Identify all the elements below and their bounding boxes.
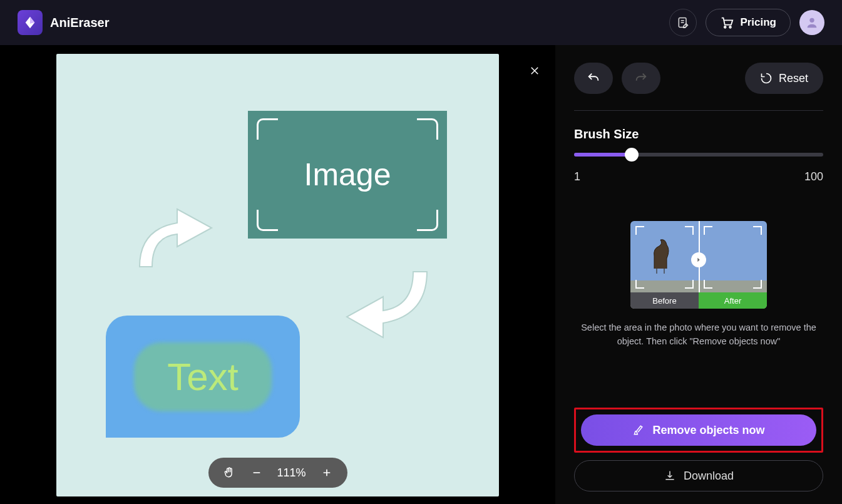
slider-thumb[interactable] [625,148,639,162]
download-icon [664,470,676,482]
undo-button[interactable] [574,63,613,94]
divider [574,110,823,111]
user-icon [805,16,819,29]
redo-icon [634,71,648,85]
sample-text-block: Text [106,316,300,438]
brush-icon [632,424,645,436]
history-row: Reset [574,63,823,94]
plus-icon [322,468,332,478]
reset-button[interactable]: Reset [745,63,823,94]
action-area: Remove objects now Download [574,408,823,491]
pricing-button[interactable]: Pricing [706,9,791,36]
arrow-up-icon [127,204,227,279]
close-icon [529,65,540,76]
redo-button[interactable] [622,63,660,94]
minus-icon [251,468,261,478]
pricing-label: Pricing [740,16,776,29]
user-avatar[interactable] [799,10,824,35]
compare-handle[interactable] [691,252,706,267]
svg-point-1 [724,26,726,28]
arrow-down-icon [339,265,439,347]
slider-min: 1 [574,170,580,183]
editor-canvas[interactable]: Image Text 111% [56,54,499,496]
after-label: After [699,292,767,309]
instruction-text: Select the area in the photo where you w… [574,321,823,349]
remove-label: Remove objects now [652,424,764,437]
header-actions: Pricing [669,9,824,36]
canvas-area: Image Text 111% [0,45,555,504]
hand-icon [222,466,235,479]
undo-icon [587,71,600,85]
reset-label: Reset [779,72,808,85]
zoom-value: 111% [277,466,305,480]
slider-max: 100 [804,170,823,183]
tutorial-highlight: Remove objects now [574,408,823,453]
sample-image-block: Image [248,111,447,239]
notes-icon [677,16,689,29]
image-block-label: Image [304,157,391,193]
brand: AniEraser [18,10,110,35]
pan-tool[interactable] [222,466,235,480]
main: Image Text 111% [0,45,842,504]
brush-size-slider[interactable] [574,153,823,157]
app-header: AniEraser Pricing [0,0,842,45]
before-label: Before [630,292,699,309]
text-block-label: Text [167,354,239,399]
svg-point-3 [809,18,814,23]
zoom-in-button[interactable] [320,466,334,480]
app-logo-icon [18,10,43,35]
sidebar: Reset Brush Size 1 100 [555,45,842,504]
brand-name: AniEraser [50,16,110,30]
zoom-toolbar: 111% [208,458,347,488]
remove-objects-button[interactable]: Remove objects now [581,414,816,446]
notes-button[interactable] [669,9,697,36]
reset-icon [760,72,773,85]
download-label: Download [684,470,734,483]
cart-icon [720,16,734,29]
zoom-out-button[interactable] [249,466,263,480]
download-button[interactable]: Download [574,460,823,491]
close-button[interactable] [525,61,544,80]
brush-size-label: Brush Size [574,127,823,141]
bird-icon [648,237,675,275]
slider-range-labels: 1 100 [574,170,823,183]
before-after-preview: Before After [630,221,767,309]
chevron-right-icon [696,257,702,263]
svg-point-2 [730,26,732,28]
